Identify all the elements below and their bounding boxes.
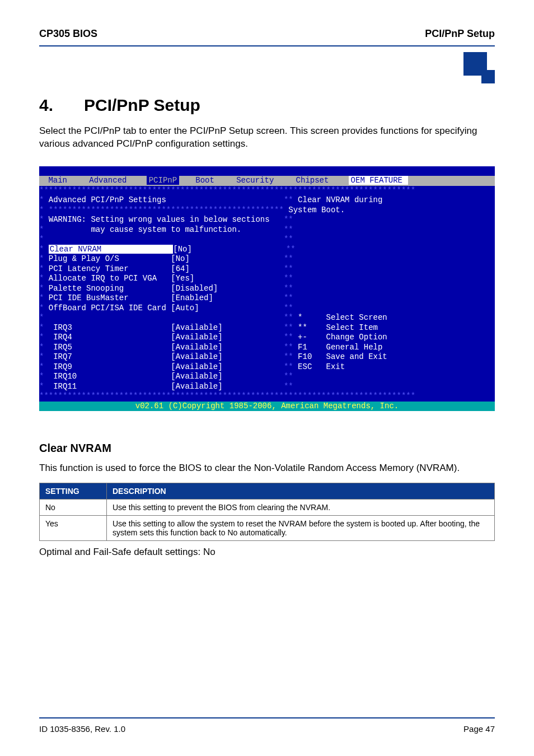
bios-tab[interactable]: OEM FEATURE <box>349 176 408 185</box>
footer-right: Page 47 <box>463 724 495 734</box>
bios-tab[interactable]: Chipset <box>294 176 335 185</box>
page-header: CP305 BIOS PCI/PnP Setup <box>39 28 495 40</box>
header-left: CP305 BIOS <box>39 28 97 40</box>
table-row: YesUse this setting to allow the system … <box>40 516 495 541</box>
defaults-note: Optimal and Fail-Safe default settings: … <box>39 547 495 558</box>
chapter-title: PCI/PnP Setup <box>84 96 200 114</box>
chapter-heading: 4.PCI/PnP Setup <box>39 96 495 115</box>
header-right: PCI/PnP Setup <box>425 28 495 40</box>
chapter-number: 4. <box>39 96 84 115</box>
bios-screenshot: Main Advanced PCIPnP Boot Security Chips… <box>39 166 495 412</box>
table-cell-setting: No <box>40 500 107 516</box>
footer-rule <box>39 717 495 718</box>
header-rule <box>39 45 495 46</box>
svg-rect-1 <box>481 70 495 83</box>
page-footer: ID 1035-8356, Rev. 1.0 Page 47 <box>39 713 495 734</box>
bios-body: ****************************************… <box>39 186 495 402</box>
footer-left: ID 1035-8356, Rev. 1.0 <box>39 724 125 734</box>
bios-tab[interactable]: Advanced <box>87 176 132 185</box>
table-row: NoUse this setting to prevent the BIOS f… <box>40 500 495 516</box>
section-description: This function is used to force the BIOS … <box>39 461 495 475</box>
table-header-setting: SETTING <box>40 483 107 500</box>
table-cell-description: Use this setting to prevent the BIOS fro… <box>107 500 495 516</box>
bios-tab[interactable]: Main <box>46 176 73 185</box>
bios-tab[interactable]: Boot <box>193 176 220 185</box>
table-cell-description: Use this setting to allow the system to … <box>107 516 495 541</box>
table-cell-setting: Yes <box>40 516 107 541</box>
settings-table: SETTING DESCRIPTION NoUse this setting t… <box>39 483 495 541</box>
bios-tab[interactable]: Security <box>234 176 279 185</box>
bios-tab-selected[interactable]: PCIPnP <box>147 176 179 185</box>
section-heading: Clear NVRAM <box>39 442 495 455</box>
intro-text: Select the PCI/PnP tab to enter the PCI/… <box>39 125 495 151</box>
corner-logo <box>39 52 495 86</box>
table-header-description: DESCRIPTION <box>107 483 495 500</box>
bios-statusbar: v02.61 (C)Copyright 1985-2006, American … <box>39 402 495 412</box>
bios-menubar: Main Advanced PCIPnP Boot Security Chips… <box>39 176 495 186</box>
